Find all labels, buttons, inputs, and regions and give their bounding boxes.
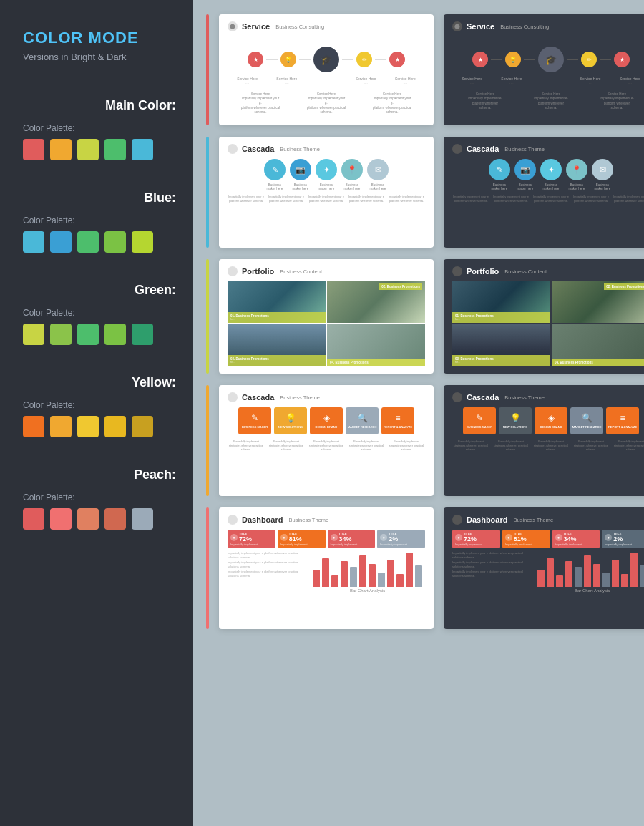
sidebar-subtitle: Versions in Bright & Dark	[23, 52, 176, 62]
portfolio-cell: 02. Business Promotions	[552, 281, 644, 323]
swatch	[77, 508, 99, 530]
row-dashboard: Dashboard Business Theme ● Title 72% Imp…	[206, 507, 644, 629]
slide-subtitle: Business Theme	[288, 517, 328, 523]
palette-label-green: Color Palette:	[23, 308, 176, 318]
slide-header: Portfolio Business Content	[228, 266, 425, 276]
yellow-desc: Powerfully implement strategies wherever…	[492, 440, 530, 452]
connector	[600, 59, 611, 60]
service-flow: ★ 💡 🎓 ✏ ★	[228, 47, 425, 72]
box-label: BUSINESS MAKER	[242, 425, 268, 429]
swatch	[104, 324, 126, 345]
box-item: ≡ REPORT & ANALYZE	[606, 407, 639, 434]
stat-sub: Impartially implement	[605, 543, 644, 546]
box-item: ≡ REPORT & ANALYZE	[381, 407, 414, 434]
service-node: ✏	[356, 52, 372, 67]
swatches-peach	[23, 508, 176, 530]
swatch	[132, 508, 153, 530]
swatch	[104, 231, 126, 253]
bar	[415, 565, 422, 587]
service-node: 💡	[280, 52, 296, 67]
slide-subtitle: Business Content	[504, 268, 547, 275]
slide-icon	[452, 144, 462, 154]
service-labels: Service Here···· Service Here···· Servic…	[452, 77, 644, 85]
stat-num: 34%	[339, 535, 352, 543]
portfolio-sublabel: for...	[455, 318, 547, 321]
row-yellow: Cascada Business Theme ✎ BUSINESS MAKER …	[206, 385, 644, 496]
yellow-desc: Powerfully implement strategies wherever…	[308, 440, 345, 452]
service-label: Service Here····	[351, 77, 381, 85]
portfolio-overlay: 03. Business Promotions for...	[228, 355, 326, 366]
bar-chart-dark	[535, 551, 644, 587]
portfolio-cell: 04. Business Promotions	[327, 324, 425, 366]
service-node: ★	[614, 52, 630, 67]
slide-title: Cascada	[242, 145, 274, 153]
cascada-label: Businessmaker here	[367, 183, 389, 190]
bar	[359, 555, 366, 587]
cascada-label: Businessmaker here	[540, 183, 562, 190]
swatch	[104, 508, 126, 530]
stat-icon: ●	[380, 534, 387, 541]
slide-icon: ⬤	[452, 21, 462, 31]
stat-num: 2%	[389, 535, 398, 543]
cascada-circle: ✦	[540, 159, 562, 180]
bar-chart	[310, 551, 425, 587]
service-node: 💡	[505, 52, 521, 67]
bar	[547, 558, 554, 587]
stat-icon: ●	[331, 534, 338, 541]
yellow-desc-row: Powerfully implement strategies wherever…	[228, 440, 425, 452]
service-node: ★	[248, 52, 263, 67]
slide-subtitle: Business Content	[280, 268, 322, 275]
swatch	[77, 324, 99, 345]
stat-num: 34%	[564, 535, 577, 543]
portfolio-cell: 03. Business Promotions for...	[452, 324, 550, 366]
bar	[584, 555, 591, 587]
stat-num: 81%	[514, 535, 527, 543]
bar	[369, 564, 376, 587]
palette-label-peach: Color Palette:	[23, 492, 176, 502]
portfolio-cell: 02. Business Promotions	[327, 281, 425, 323]
bar	[640, 565, 644, 587]
swatch	[77, 416, 99, 437]
swatch	[50, 416, 72, 437]
yellow-desc: Powerfully implement strategies wherever…	[572, 440, 610, 452]
stat-num: 81%	[289, 535, 302, 543]
sidebar: COLOR MODE Versions in Bright & Dark Mai…	[0, 0, 193, 826]
box-item: ✎ BUSINESS MAKER	[463, 407, 496, 434]
color-label-peach: Peach:	[23, 467, 176, 482]
cascada-circles: ✎ 📷 ✦ 📍 ✉	[452, 159, 644, 180]
service-node: ★	[389, 52, 405, 67]
slide-header: Portfolio Business Content	[452, 266, 644, 276]
color-section-peach: Peach: Color Palette:	[23, 467, 176, 533]
cascada-circle: 📷	[290, 159, 311, 180]
swatch	[132, 139, 153, 160]
portfolio-label-top: 02. Business Promotions	[604, 283, 644, 290]
bottom-labels: Service HereImpartially implement your e…	[228, 92, 425, 115]
bar	[322, 558, 329, 587]
cascada-label: Businessmaker here	[592, 183, 613, 190]
service-label: Service Here····	[272, 77, 302, 85]
bar	[313, 570, 320, 587]
stat-icon: ●	[280, 534, 288, 541]
bar	[565, 561, 572, 587]
box-label: NEW SOLUTIONS	[278, 425, 303, 429]
bar	[378, 573, 385, 587]
bar	[537, 570, 545, 587]
box-icon: ◈	[323, 413, 330, 423]
bar	[331, 575, 338, 587]
swatch	[23, 324, 44, 345]
bar	[387, 560, 394, 587]
portfolio-sublabel: for...	[230, 318, 323, 321]
box-item: ✎ BUSINESS MAKER	[238, 407, 271, 434]
cascada-circle: 📷	[514, 159, 536, 180]
box-label: BUSINESS MAKER	[467, 425, 492, 429]
cascada-label: Businessmaker here	[290, 183, 311, 190]
bottom-label: Service HereImpartially implement e·plat…	[466, 92, 505, 110]
slide-meta: ·····	[228, 37, 425, 41]
stat-sub: Impartially implement	[230, 543, 273, 546]
swatch	[23, 416, 44, 437]
connector	[491, 59, 502, 60]
dashboard-chart-area-dark: Bar Chart Analysis	[535, 551, 644, 593]
portfolio-sublabel: for...	[455, 361, 547, 364]
connector	[524, 59, 535, 60]
service-label: Service Here····	[615, 77, 644, 85]
